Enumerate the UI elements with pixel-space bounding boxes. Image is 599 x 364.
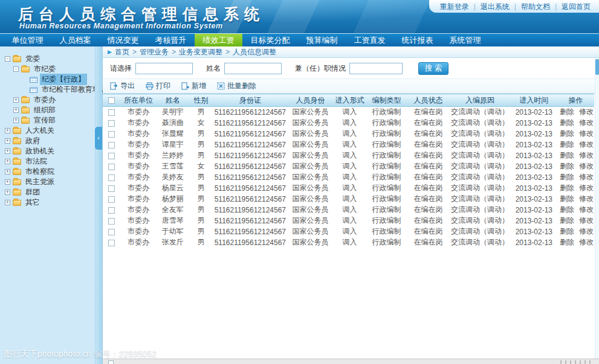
header-link[interactable]: 重新登录 [440, 2, 469, 11]
tree-expander-icon[interactable] [22, 87, 27, 92]
scrollbar-thumb[interactable] [595, 59, 599, 75]
vertical-scrollbar[interactable] [595, 58, 599, 359]
batch-delete-button[interactable]: 批量删除 [217, 81, 256, 91]
delete-link[interactable]: 删除 [560, 227, 574, 235]
tree-item[interactable]: + 政协机关 [0, 146, 96, 156]
tree-item[interactable]: + 其它 [0, 197, 96, 208]
row-checkbox[interactable] [108, 240, 115, 246]
edit-link[interactable]: 修改 [579, 216, 594, 225]
tree-item[interactable]: + 宣传部 [0, 115, 96, 126]
delete-link[interactable]: 删除 [560, 173, 574, 181]
nav-item[interactable]: 考核晋升 [147, 34, 195, 46]
sidebar-splitter[interactable]: ‹ [95, 46, 102, 364]
tree-item[interactable]: 市纪检干部教育培训中心 [0, 85, 96, 95]
edit-link[interactable]: 修改 [579, 118, 594, 127]
nav-item[interactable]: 系统管理 [441, 34, 489, 46]
row-checkbox[interactable] [108, 174, 115, 181]
header-link[interactable]: 返回首页 [550, 2, 591, 11]
delete-link[interactable]: 删除 [560, 205, 574, 214]
delete-link[interactable]: 删除 [560, 194, 574, 203]
edit-link[interactable]: 修改 [579, 184, 594, 192]
breadcrumb-part[interactable]: 管理业务 [129, 47, 169, 57]
tree-expander-icon[interactable]: + [13, 107, 19, 113]
add-button[interactable]: 新增 [181, 81, 206, 91]
nav-item[interactable]: 统计报表 [393, 34, 441, 46]
row-checkbox[interactable] [108, 207, 115, 214]
nav-item[interactable]: 工资直发 [346, 34, 393, 46]
delete-link[interactable]: 删除 [560, 118, 574, 127]
edit-link[interactable]: 修改 [579, 140, 594, 148]
delete-link[interactable]: 删除 [560, 238, 574, 246]
tree-expander-icon[interactable]: + [5, 148, 10, 154]
select-filter-input[interactable] [135, 63, 193, 74]
tree-expander-icon[interactable] [22, 77, 27, 82]
breadcrumb-part[interactable]: 首页 [115, 47, 129, 57]
nav-item[interactable]: 情况变更 [99, 34, 147, 46]
nav-item[interactable]: 预算编制 [298, 34, 346, 46]
edit-link[interactable]: 修改 [579, 162, 594, 170]
header-link[interactable]: 帮助文档 [510, 2, 550, 11]
edit-link[interactable]: 修改 [579, 205, 594, 214]
sidebar-collapse-button[interactable]: ‹ [95, 127, 102, 150]
tree-item[interactable]: + 市检察院 [0, 167, 96, 177]
row-checkbox[interactable] [108, 185, 115, 192]
row-checkbox[interactable] [108, 229, 115, 235]
header-link[interactable]: 退出系统 [469, 2, 510, 11]
row-checkbox[interactable] [108, 120, 115, 127]
delete-link[interactable]: 删除 [560, 162, 574, 170]
delete-link[interactable]: 删除 [560, 140, 574, 148]
tree-item[interactable]: + 人大机关 [0, 126, 96, 136]
edit-link[interactable]: 修改 [579, 238, 594, 246]
delete-link[interactable]: 删除 [560, 107, 574, 116]
breadcrumb-part[interactable]: 人员信息调整 [222, 47, 276, 57]
pagination-checkbox[interactable] [108, 360, 114, 364]
tree-item[interactable]: - 市纪委 [0, 64, 96, 74]
tree-expander-icon[interactable]: + [5, 159, 10, 164]
tree-item[interactable]: + 市委办 [0, 95, 96, 105]
tree-expander-icon[interactable]: + [5, 179, 10, 185]
tree-item[interactable]: + 民主党派 [0, 177, 96, 187]
delete-link[interactable]: 删除 [560, 216, 574, 225]
edit-link[interactable]: 修改 [579, 107, 594, 116]
row-checkbox[interactable] [108, 218, 115, 225]
delete-link[interactable]: 删除 [560, 184, 574, 192]
tree-expander-icon[interactable]: + [5, 200, 10, 205]
tree-item[interactable]: + 群团 [0, 187, 96, 197]
export-button[interactable]: 导出 [110, 81, 135, 91]
tree-item[interactable]: 纪委【行政】 [0, 74, 96, 85]
edit-link[interactable]: 修改 [579, 173, 594, 181]
tree-expander-icon[interactable]: + [13, 97, 19, 103]
tree-item[interactable]: + 政府 [0, 136, 96, 146]
edit-link[interactable]: 修改 [579, 151, 594, 159]
breadcrumb-part[interactable]: 业务变更调整 [169, 47, 222, 57]
edit-link[interactable]: 修改 [579, 227, 594, 235]
edit-link[interactable]: 修改 [579, 129, 594, 138]
row-checkbox[interactable] [108, 142, 115, 148]
tree-expander-icon[interactable]: - [5, 56, 10, 62]
nav-item[interactable]: 绩效工资 [195, 34, 242, 46]
tree-expander-icon[interactable]: + [13, 118, 19, 123]
tree-item[interactable]: + 市法院 [0, 156, 96, 167]
tree-expander-icon[interactable]: + [5, 138, 10, 144]
nav-item[interactable]: 目标奖分配 [242, 34, 298, 46]
tree-expander-icon[interactable]: + [5, 128, 10, 133]
tree-item[interactable]: - 党委 [0, 54, 96, 64]
duty-filter-input[interactable] [349, 63, 403, 74]
row-checkbox[interactable] [108, 153, 115, 159]
row-checkbox[interactable] [108, 196, 115, 203]
row-checkbox[interactable] [108, 131, 115, 138]
delete-link[interactable]: 删除 [560, 129, 574, 138]
tree-expander-icon[interactable]: + [5, 190, 10, 195]
name-filter-input[interactable] [224, 63, 282, 74]
row-checkbox[interactable] [108, 109, 115, 116]
delete-link[interactable]: 删除 [560, 151, 574, 159]
tree-item[interactable]: + 组织部 [0, 105, 96, 115]
tree-expander-icon[interactable]: - [13, 66, 19, 72]
search-button[interactable]: 搜 索 [418, 62, 448, 75]
tree-expander-icon[interactable]: + [5, 169, 10, 174]
nav-item[interactable]: 人员档案 [51, 34, 99, 46]
print-button[interactable]: 打印 [146, 81, 170, 91]
nav-item[interactable]: 单位管理 [4, 34, 51, 46]
edit-link[interactable]: 修改 [579, 194, 594, 203]
row-checkbox[interactable] [108, 164, 115, 170]
